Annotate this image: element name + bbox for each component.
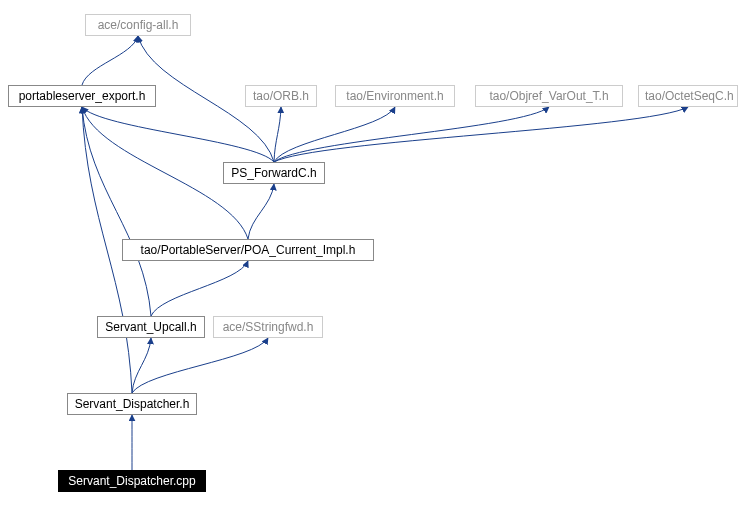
graph-node-ace_sstringfwd_h[interactable]: ace/SStringfwd.h [213, 316, 323, 338]
node-label: tao/ORB.h [253, 89, 309, 103]
edge-portableserver_export_h-to-ace_config_all_h [82, 36, 138, 85]
graph-node-tao_objref_varout_t_h[interactable]: tao/Objref_VarOut_T.h [475, 85, 623, 107]
graph-node-ace_config_all_h[interactable]: ace/config-all.h [85, 14, 191, 36]
graph-node-tao_environment_h[interactable]: tao/Environment.h [335, 85, 455, 107]
node-label: tao/OctetSeqC.h [645, 89, 734, 103]
node-label: tao/Environment.h [346, 89, 443, 103]
graph-node-tao_octetseqc_h[interactable]: tao/OctetSeqC.h [638, 85, 738, 107]
edge-servant_upcall_h-to-poa_current_impl_h [151, 261, 248, 316]
edge-ps_forwardc_h-to-tao_objref_varout_t_h [274, 107, 549, 162]
graph-node-tao_orb_h[interactable]: tao/ORB.h [245, 85, 317, 107]
node-label: Servant_Dispatcher.h [75, 397, 190, 411]
graph-node-servant_upcall_h[interactable]: Servant_Upcall.h [97, 316, 205, 338]
graph-node-servant_dispatcher_cpp[interactable]: Servant_Dispatcher.cpp [58, 470, 206, 492]
edge-servant_dispatcher_h-to-servant_upcall_h [132, 338, 151, 393]
node-label: ace/SStringfwd.h [223, 320, 314, 334]
node-label: Servant_Dispatcher.cpp [68, 474, 195, 488]
node-label: ace/config-all.h [98, 18, 179, 32]
node-label: PS_ForwardC.h [231, 166, 316, 180]
dependency-graph: Servant_Dispatcher.cppServant_Dispatcher… [0, 0, 739, 510]
edge-ps_forwardc_h-to-portableserver_export_h [82, 107, 274, 162]
node-label: Servant_Upcall.h [105, 320, 196, 334]
graph-node-poa_current_impl_h[interactable]: tao/PortableServer/POA_Current_Impl.h [122, 239, 374, 261]
edge-ps_forwardc_h-to-tao_orb_h [274, 107, 281, 162]
node-label: tao/PortableServer/POA_Current_Impl.h [141, 243, 356, 257]
edge-poa_current_impl_h-to-ps_forwardc_h [248, 184, 274, 239]
edge-ps_forwardc_h-to-tao_octetseqc_h [274, 107, 688, 162]
graph-node-ps_forwardc_h[interactable]: PS_ForwardC.h [223, 162, 325, 184]
edge-ps_forwardc_h-to-tao_environment_h [274, 107, 395, 162]
node-label: tao/Objref_VarOut_T.h [489, 89, 608, 103]
edge-servant_upcall_h-to-portableserver_export_h [82, 107, 151, 316]
node-label: portableserver_export.h [19, 89, 146, 103]
graph-node-portableserver_export_h[interactable]: portableserver_export.h [8, 85, 156, 107]
graph-node-servant_dispatcher_h[interactable]: Servant_Dispatcher.h [67, 393, 197, 415]
edge-servant_dispatcher_h-to-ace_sstringfwd_h [132, 338, 268, 393]
